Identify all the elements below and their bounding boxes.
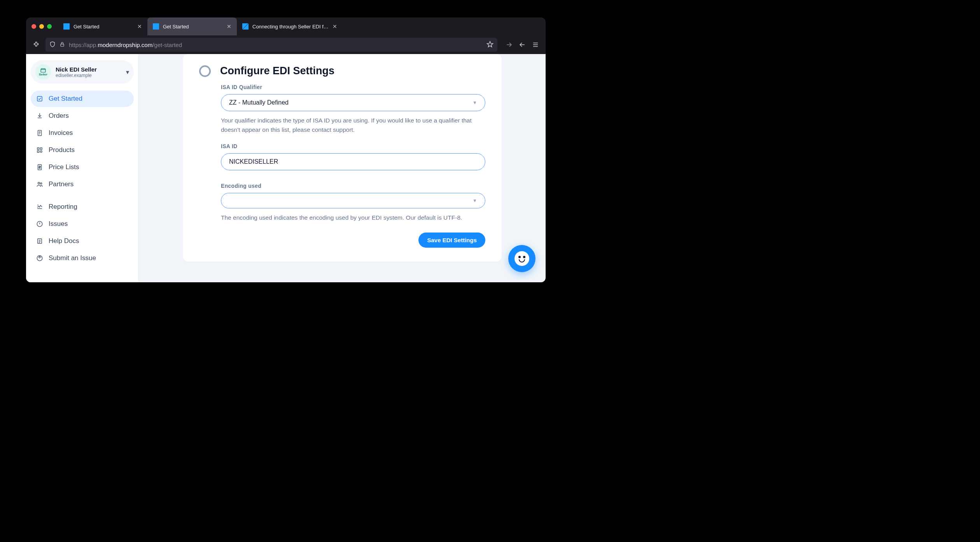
seller-badge: Seller	[35, 64, 51, 80]
favicon-icon	[242, 23, 248, 30]
favicon-icon	[153, 23, 159, 30]
sidebar: Seller Nick EDI Seller ediseller.example…	[26, 54, 139, 282]
extensions-icon[interactable]	[31, 39, 42, 50]
titlebar: Get Started ✕ Get Started ✕ Connecting t…	[26, 17, 546, 35]
isa-label: ISA ID	[221, 143, 485, 149]
svg-rect-7	[37, 151, 39, 153]
nav-list: Get Started Orders Invoices Products Pri…	[31, 91, 134, 266]
window-close[interactable]	[32, 24, 36, 29]
toolbar-right	[504, 39, 541, 50]
window-zoom[interactable]	[47, 24, 52, 29]
window-minimize[interactable]	[39, 24, 44, 29]
qualifier-label: ISA ID Qualifier	[221, 84, 485, 90]
svg-rect-3	[37, 96, 42, 101]
nav-submit-issue[interactable]: Submit an Issue	[31, 250, 134, 266]
url-box[interactable]: https://app.moderndropship.com/get-start…	[46, 38, 497, 52]
tab-0[interactable]: Get Started ✕	[58, 17, 147, 35]
qualifier-help: Your qualifier indicates the type of ISA…	[221, 116, 485, 135]
svg-point-10	[38, 182, 40, 184]
shield-icon	[49, 41, 56, 49]
nav-partners[interactable]: Partners	[31, 176, 134, 192]
settings-card: Configure EDI Settings ISA ID Qualifier …	[183, 54, 502, 262]
svg-rect-0	[61, 44, 64, 46]
back-icon[interactable]	[517, 39, 528, 50]
tab-2[interactable]: Connecting through Seller EDI f… ✕	[237, 17, 343, 35]
account-switcher[interactable]: Seller Nick EDI Seller ediseller.example…	[31, 60, 134, 84]
svg-rect-2	[41, 70, 46, 72]
tab-close-icon[interactable]: ✕	[137, 23, 142, 30]
chat-fab[interactable]	[508, 245, 536, 272]
traffic-lights	[32, 24, 52, 29]
nav-products[interactable]: Products	[31, 142, 134, 158]
isa-input[interactable]	[229, 158, 477, 165]
tab-1[interactable]: Get Started ✕	[147, 17, 237, 35]
encoding-select[interactable]: ▼	[221, 193, 485, 208]
save-button[interactable]: Save EDI Settings	[418, 233, 485, 248]
svg-rect-6	[40, 148, 42, 150]
svg-point-11	[40, 183, 42, 184]
favicon-icon	[63, 23, 70, 30]
qualifier-select[interactable]: ZZ - Mutually Defined ▼	[221, 94, 485, 111]
tab-title: Get Started	[163, 24, 223, 30]
isa-input-wrapper	[221, 153, 485, 170]
nav-get-started[interactable]: Get Started	[31, 91, 134, 107]
bookmark-icon[interactable]	[486, 41, 494, 49]
step-indicator-icon	[199, 65, 211, 77]
forward-icon[interactable]	[504, 39, 514, 50]
account-name: Nick EDI Seller	[56, 66, 97, 73]
nav-reporting[interactable]: Reporting	[31, 199, 134, 215]
browser-window: Get Started ✕ Get Started ✕ Connecting t…	[26, 17, 546, 282]
address-bar: https://app.moderndropship.com/get-start…	[26, 35, 546, 54]
nav-issues[interactable]: Issues	[31, 216, 134, 232]
tab-close-icon[interactable]: ✕	[332, 23, 337, 30]
nav-invoices[interactable]: Invoices	[31, 125, 134, 141]
qualifier-value: ZZ - Mutually Defined	[229, 99, 289, 106]
tab-close-icon[interactable]: ✕	[227, 23, 231, 30]
chat-bot-icon	[514, 251, 529, 266]
nav-help-docs[interactable]: Help Docs	[31, 233, 134, 249]
tab-title: Get Started	[74, 24, 133, 30]
page-content: Seller Nick EDI Seller ediseller.example…	[26, 54, 546, 282]
svg-marker-1	[487, 41, 493, 47]
url-text: https://app.moderndropship.com/get-start…	[69, 42, 182, 48]
page-title: Configure EDI Settings	[220, 65, 334, 77]
lock-icon	[60, 41, 65, 49]
svg-point-8	[40, 151, 42, 153]
nav-orders[interactable]: Orders	[31, 108, 134, 124]
account-subdomain: ediseller.example	[56, 73, 97, 78]
menu-icon[interactable]	[530, 39, 541, 50]
encoding-help: The encoding used indicates the encoding…	[221, 213, 485, 222]
nav-price-lists[interactable]: Price Lists	[31, 159, 134, 175]
tab-strip: Get Started ✕ Get Started ✕ Connecting t…	[58, 17, 343, 35]
encoding-label: Encoding used	[221, 183, 485, 189]
svg-rect-5	[37, 148, 39, 150]
tab-title: Connecting through Seller EDI f…	[252, 24, 329, 30]
chevron-down-icon: ▼	[472, 100, 477, 105]
chevron-down-icon: ▼	[472, 198, 477, 203]
chevron-down-icon: ▾	[126, 68, 129, 76]
main: Configure EDI Settings ISA ID Qualifier …	[139, 54, 546, 282]
